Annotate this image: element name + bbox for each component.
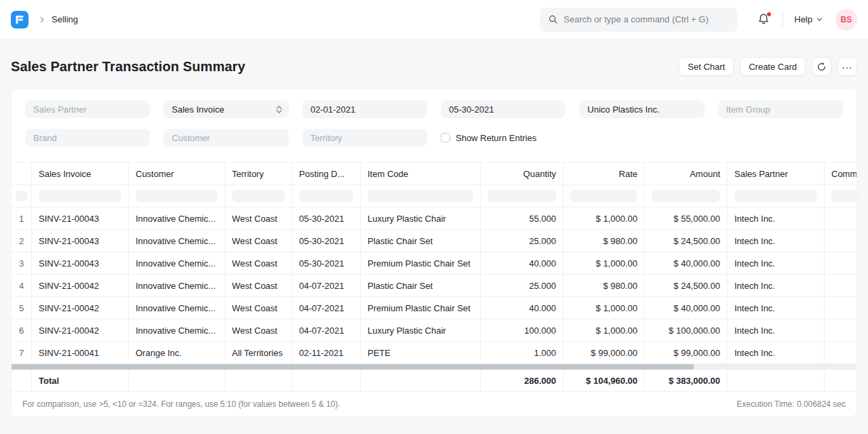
table-row[interactable]: 4 SINV-21-00042 Innovative Chemic... Wes… [12, 275, 857, 297]
cell-customer[interactable]: Innovative Chemic... [129, 252, 225, 274]
cell-item-code[interactable]: Premium Plastic Chair Set [361, 297, 481, 319]
show-return-entries-label[interactable]: Show Return Entries [456, 133, 536, 143]
cell-amount[interactable]: $ 99,000.00 [645, 342, 728, 363]
col-header-sales-invoice[interactable]: Sales Invoice [32, 163, 129, 184]
cell-sales-partner[interactable]: Intech Inc. [728, 208, 825, 229]
item-group-filter[interactable] [718, 100, 843, 118]
cell-quantity[interactable]: 40.000 [481, 252, 564, 274]
cell-territory[interactable]: West Coast [225, 208, 292, 229]
create-card-button[interactable]: Create Card [740, 57, 806, 76]
company-filter[interactable] [579, 100, 704, 118]
cell-territory[interactable]: West Coast [225, 297, 292, 319]
cell-sales-invoice[interactable]: SINV-21-00042 [32, 297, 129, 319]
col-header-index[interactable] [12, 163, 32, 184]
cell-posting-date[interactable]: 05-30-2021 [292, 252, 361, 274]
column-filter-input[interactable] [232, 190, 285, 202]
cell-item-code[interactable]: Plastic Chair Set [361, 275, 481, 296]
cell-rate[interactable]: $ 1,000.00 [564, 319, 645, 341]
cell-item-code[interactable]: Plastic Chair Set [361, 230, 481, 252]
customer-filter[interactable] [163, 129, 288, 146]
breadcrumb[interactable]: Selling [52, 14, 78, 24]
col-header-amount[interactable]: Amount [645, 163, 728, 184]
notifications-button[interactable] [757, 12, 772, 27]
global-search[interactable] [540, 7, 738, 32]
table-row[interactable]: 3 SINV-21-00043 Innovative Chemic... Wes… [12, 252, 857, 275]
cell-commission[interactable] [825, 230, 857, 252]
column-filter-input[interactable] [570, 190, 637, 202]
col-header-customer[interactable]: Customer [129, 163, 225, 184]
search-input[interactable] [564, 14, 730, 24]
column-filter-input[interactable] [299, 190, 353, 202]
cell-sales-partner[interactable]: Intech Inc. [728, 342, 825, 363]
column-filter-input[interactable] [488, 190, 556, 202]
column-filter-input[interactable] [652, 190, 720, 202]
cell-sales-partner[interactable]: Intech Inc. [728, 319, 825, 341]
cell-sales-partner[interactable]: Intech Inc. [728, 275, 825, 296]
col-header-item-code[interactable]: Item Code [361, 163, 481, 184]
cell-amount[interactable]: $ 55,000.00 [645, 208, 728, 229]
row-filter-toggle[interactable] [16, 191, 27, 201]
doctype-select[interactable]: Sales Invoice [163, 100, 288, 118]
sales-partner-filter[interactable] [25, 100, 150, 118]
cell-customer[interactable]: Innovative Chemic... [129, 208, 225, 229]
table-row[interactable]: 7 SINV-21-00041 Orange Inc. All Territor… [12, 342, 857, 364]
cell-sales-invoice[interactable]: SINV-21-00043 [32, 252, 129, 274]
cell-posting-date[interactable]: 05-30-2021 [292, 208, 361, 229]
cell-commission[interactable] [825, 297, 857, 319]
cell-customer[interactable]: Innovative Chemic... [129, 230, 225, 252]
cell-quantity[interactable]: 25.000 [481, 230, 564, 252]
cell-item-code[interactable]: Luxury Plastic Chair [361, 208, 481, 229]
cell-amount[interactable]: $ 24,500.00 [645, 275, 728, 296]
cell-amount[interactable]: $ 40,000.00 [645, 252, 728, 274]
table-row[interactable]: 2 SINV-21-00043 Innovative Chemic... Wes… [12, 230, 857, 252]
column-filter-input[interactable] [831, 190, 857, 202]
table-row[interactable]: 6 SINV-21-00042 Innovative Chemic... Wes… [12, 319, 857, 342]
avatar[interactable]: BS [835, 9, 857, 31]
cell-posting-date[interactable]: 05-30-2021 [292, 230, 361, 252]
cell-item-code[interactable]: PETE [361, 342, 481, 363]
cell-customer[interactable]: Orange Inc. [129, 342, 225, 363]
col-header-posting-date[interactable]: Posting D... [292, 163, 361, 184]
cell-commission[interactable] [825, 208, 857, 229]
horizontal-scrollbar[interactable] [12, 364, 857, 370]
table-row[interactable]: 1 SINV-21-00043 Innovative Chemic... Wes… [12, 208, 857, 230]
col-header-commission[interactable]: Comm [825, 163, 857, 184]
col-header-sales-partner[interactable]: Sales Partner [728, 163, 825, 184]
cell-customer[interactable]: Innovative Chemic... [129, 275, 225, 296]
cell-sales-partner[interactable]: Intech Inc. [728, 230, 825, 252]
territory-filter[interactable] [302, 129, 427, 146]
cell-amount[interactable]: $ 40,000.00 [645, 297, 728, 319]
cell-quantity[interactable]: 55.000 [481, 208, 564, 229]
horizontal-scrollbar-thumb[interactable] [12, 364, 694, 370]
cell-commission[interactable] [825, 275, 857, 296]
show-return-entries-checkbox[interactable] [441, 133, 450, 142]
cell-commission[interactable] [825, 342, 857, 363]
cell-quantity[interactable]: 25.000 [481, 275, 564, 296]
cell-rate[interactable]: $ 980.00 [564, 275, 645, 296]
col-header-rate[interactable]: Rate [564, 163, 645, 184]
cell-territory[interactable]: All Territories [225, 342, 292, 363]
cell-customer[interactable]: Innovative Chemic... [129, 319, 225, 341]
column-filter-input[interactable] [136, 190, 218, 202]
erpnext-logo[interactable] [11, 11, 28, 28]
cell-amount[interactable]: $ 24,500.00 [645, 230, 728, 252]
cell-commission[interactable] [825, 252, 857, 274]
cell-quantity[interactable]: 100.000 [481, 319, 564, 341]
cell-commission[interactable] [825, 319, 857, 341]
brand-filter[interactable] [25, 129, 150, 146]
cell-rate[interactable]: $ 1,000.00 [564, 297, 645, 319]
col-header-territory[interactable]: Territory [225, 163, 292, 184]
cell-territory[interactable]: West Coast [225, 319, 292, 341]
column-filter-input[interactable] [39, 190, 121, 202]
cell-posting-date[interactable]: 02-11-2021 [292, 342, 361, 363]
cell-amount[interactable]: $ 100,000.00 [645, 319, 728, 341]
cell-customer[interactable]: Innovative Chemic... [129, 297, 225, 319]
cell-rate[interactable]: $ 980.00 [564, 230, 645, 252]
cell-rate[interactable]: $ 1,000.00 [564, 252, 645, 274]
cell-sales-invoice[interactable]: SINV-21-00042 [32, 275, 129, 296]
from-date-filter[interactable] [302, 100, 427, 118]
column-filter-input[interactable] [368, 190, 473, 202]
more-options-button[interactable]: ... [837, 57, 857, 76]
cell-posting-date[interactable]: 04-07-2021 [292, 319, 361, 341]
cell-rate[interactable]: $ 99,000.00 [564, 342, 645, 363]
